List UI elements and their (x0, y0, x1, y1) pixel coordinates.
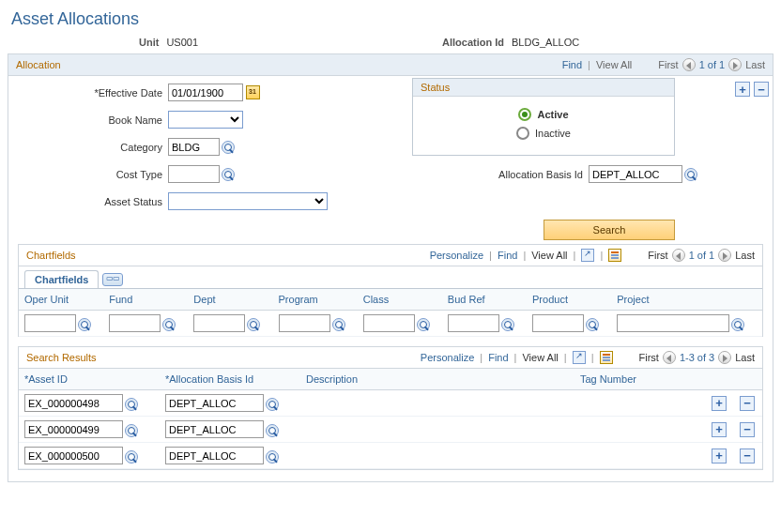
col-project[interactable]: Project (611, 289, 762, 311)
spreadsheet-icon[interactable] (600, 351, 613, 364)
col-fund[interactable]: Fund (103, 289, 188, 311)
remove-row-button[interactable]: − (754, 82, 769, 97)
spreadsheet-icon[interactable] (608, 249, 621, 262)
col-alloc-basis[interactable]: Allocation Basis Id (160, 369, 300, 390)
next-nav-icon[interactable] (728, 58, 742, 71)
personalize-link[interactable]: Personalize (430, 250, 483, 261)
tab-chartfields[interactable]: Chartfields (24, 270, 99, 288)
col-program[interactable]: Program (273, 289, 358, 311)
last-label: Last (735, 352, 755, 363)
cf-input[interactable] (363, 314, 415, 332)
alloc-basis-input[interactable] (165, 420, 264, 438)
calendar-icon[interactable] (246, 85, 260, 99)
prev-nav-icon[interactable] (682, 58, 696, 71)
asset-id-input[interactable] (24, 394, 123, 412)
allocation-section: Allocation Find | View All First 1 of 1 … (8, 53, 773, 482)
range-link[interactable]: 1-3 of 3 (680, 352, 714, 363)
add-row-button[interactable]: + (712, 396, 727, 411)
search-results-grid: Asset ID Allocation Basis Id Description… (19, 369, 762, 469)
cf-input[interactable] (193, 314, 245, 332)
lookup-icon[interactable] (266, 398, 279, 411)
status-title[interactable]: Status (421, 82, 450, 93)
col-tag-number[interactable]: Tag Number (574, 369, 706, 390)
view-all-text: View All (596, 59, 632, 70)
page-header: Unit US001 Allocation Id BLDG_ALLOC (8, 37, 773, 53)
find-link[interactable]: Find (562, 59, 582, 70)
radio-unselected-icon (516, 127, 529, 140)
lookup-icon[interactable] (332, 318, 345, 331)
lookup-icon[interactable] (125, 424, 138, 437)
unit-label: Unit (139, 37, 159, 48)
description-cell (300, 390, 574, 417)
asset-id-input[interactable] (24, 447, 123, 464)
lookup-icon[interactable] (731, 318, 744, 331)
prev-nav-icon[interactable] (672, 249, 685, 262)
cf-input[interactable] (617, 314, 729, 332)
cf-input[interactable] (109, 314, 161, 332)
chartfields-title: Chartfields (26, 250, 76, 261)
allocation-basis-id-input[interactable] (589, 165, 682, 183)
status-inactive-radio[interactable]: Inactive (441, 127, 646, 140)
expand-tabs-icon[interactable] (102, 273, 123, 286)
lookup-icon[interactable] (222, 141, 235, 154)
lookup-icon[interactable] (222, 168, 235, 181)
last-label: Last (735, 250, 755, 261)
find-link[interactable]: Find (498, 250, 517, 261)
add-row-button[interactable]: + (712, 448, 727, 464)
cf-input[interactable] (24, 314, 76, 332)
lookup-icon[interactable] (586, 318, 599, 331)
remove-row-button[interactable]: − (740, 396, 755, 411)
remove-row-button[interactable]: − (740, 422, 755, 437)
lookup-icon[interactable] (501, 318, 514, 331)
next-nav-icon[interactable] (718, 249, 731, 262)
effective-date-input[interactable] (168, 84, 243, 101)
cost-type-input[interactable] (168, 165, 220, 183)
add-row-button[interactable]: + (712, 422, 727, 437)
col-product[interactable]: Product (527, 289, 611, 311)
asset-id-input[interactable] (24, 420, 123, 438)
zoom-icon[interactable] (573, 351, 586, 364)
remove-row-button[interactable]: − (740, 448, 755, 464)
col-oper-unit[interactable]: Oper Unit (19, 289, 103, 311)
cf-input[interactable] (532, 314, 584, 332)
category-input[interactable] (168, 138, 220, 156)
find-link[interactable]: Find (488, 352, 508, 363)
tag-cell (574, 390, 706, 417)
range-link[interactable]: 1 of 1 (699, 59, 726, 70)
alloc-basis-input[interactable] (165, 447, 264, 464)
lookup-icon[interactable] (417, 318, 430, 331)
allocation-section-title[interactable]: Allocation (16, 59, 61, 70)
lookup-icon[interactable] (247, 318, 260, 331)
first-label: First (658, 59, 678, 70)
lookup-icon[interactable] (125, 398, 138, 411)
status-active-radio[interactable]: Active (441, 108, 646, 121)
first-label: First (639, 352, 659, 363)
chartfields-grid: Oper UnitFundDeptProgramClassBud RefProd… (19, 289, 762, 337)
asset-status-select[interactable] (168, 192, 328, 210)
cf-input[interactable] (448, 314, 499, 332)
prev-nav-icon[interactable] (663, 351, 676, 364)
allocation-id-value: BLDG_ALLOC (512, 37, 579, 48)
lookup-icon[interactable] (266, 450, 279, 464)
lookup-icon[interactable] (78, 318, 91, 331)
range-link[interactable]: 1 of 1 (689, 250, 715, 261)
cost-type-label: Cost Type (18, 169, 168, 180)
col-bud-ref[interactable]: Bud Ref (442, 289, 527, 311)
col-dept[interactable]: Dept (188, 289, 272, 311)
alloc-basis-input[interactable] (165, 394, 264, 412)
col-class[interactable]: Class (358, 289, 442, 311)
lookup-icon[interactable] (266, 424, 279, 437)
book-name-select[interactable] (168, 111, 243, 129)
personalize-link[interactable]: Personalize (421, 352, 474, 363)
search-button[interactable]: Search (544, 220, 675, 240)
lookup-icon[interactable] (162, 318, 176, 331)
lookup-icon[interactable] (125, 450, 138, 464)
add-row-button[interactable]: + (735, 82, 750, 97)
col-asset-id[interactable]: Asset ID (19, 369, 160, 390)
zoom-icon[interactable] (581, 249, 594, 262)
cf-input[interactable] (279, 314, 330, 332)
next-nav-icon[interactable] (718, 351, 731, 364)
lookup-icon[interactable] (684, 168, 697, 181)
effective-date-label: Effective Date (18, 87, 168, 99)
col-description[interactable]: Description (300, 369, 574, 390)
